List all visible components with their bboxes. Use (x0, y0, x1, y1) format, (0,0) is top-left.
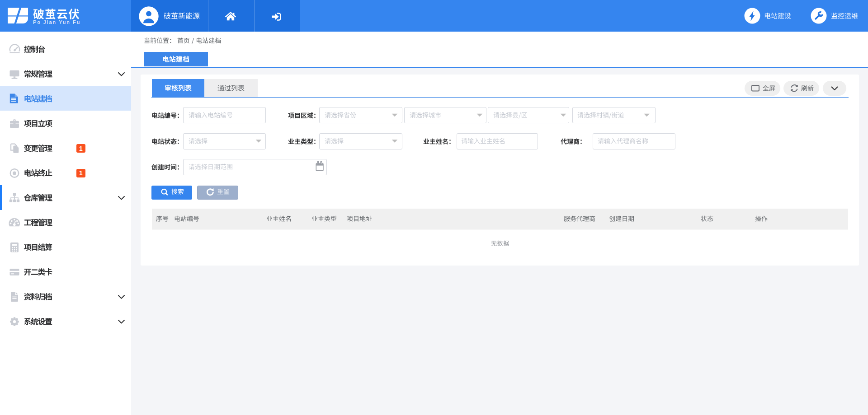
svg-text:Po Jian Yun Fu: Po Jian Yun Fu (33, 19, 80, 25)
svg-text:1: 1 (79, 145, 83, 152)
svg-text:1: 1 (79, 169, 83, 177)
